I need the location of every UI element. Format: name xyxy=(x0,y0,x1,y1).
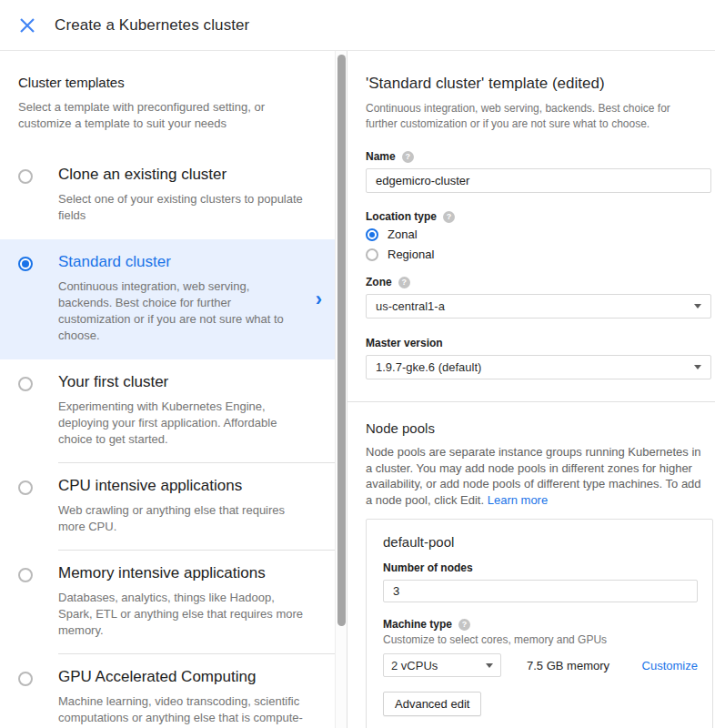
template-description: Machine learning, video transcoding, sci… xyxy=(58,693,306,728)
template-detail-panel: 'Standard cluster' template (edited) Con… xyxy=(347,51,715,728)
template-item-standard-cluster[interactable]: Standard cluster Continuous integration,… xyxy=(0,239,335,359)
template-title: Standard cluster xyxy=(58,253,306,271)
dropdown-caret-icon xyxy=(486,663,493,668)
machine-type-hint: Customize to select cores, memory and GP… xyxy=(383,633,696,646)
cluster-templates-panel: Cluster templates Select a template with… xyxy=(0,51,335,728)
template-title: GPU Accelerated Computing xyxy=(58,668,306,686)
radio-unselected-icon[interactable] xyxy=(18,169,33,184)
machine-type-row: 2 vCPUs 7.5 GB memory Customize xyxy=(383,653,698,677)
number-of-nodes-label: Number of nodes xyxy=(383,561,473,574)
node-pools-heading: Node pools xyxy=(366,420,710,436)
master-version-value: 1.9.7-gke.6 (default) xyxy=(376,360,481,374)
template-description: Select one of your existing clusters to … xyxy=(58,191,306,224)
machine-type-select[interactable]: 2 vCPUs xyxy=(383,653,501,677)
customize-link[interactable]: Customize xyxy=(642,659,698,672)
template-item-gpu-accelerated[interactable]: GPU Accelerated Computing Machine learni… xyxy=(0,654,335,728)
radio-unselected-icon[interactable] xyxy=(18,377,33,391)
template-item-clone-existing[interactable]: Clone an existing cluster Select one of … xyxy=(0,152,335,239)
zone-label-row: Zone ? xyxy=(366,276,710,288)
template-item-memory-intensive[interactable]: Memory intensive applications Databases,… xyxy=(0,551,335,654)
help-icon[interactable]: ? xyxy=(398,277,410,288)
default-pool-card: default-pool Number of nodes Machine typ… xyxy=(366,519,713,728)
master-version-label-row: Master version xyxy=(366,337,710,349)
help-icon[interactable]: ? xyxy=(458,619,470,631)
number-of-nodes-input[interactable] xyxy=(383,580,698,602)
dialog-title: Create a Kubernetes cluster xyxy=(55,16,249,35)
location-regional-option[interactable]: Regional xyxy=(366,248,710,261)
template-description: Databases, analytics, things like Hadoop… xyxy=(58,590,306,639)
zonal-label: Zonal xyxy=(388,228,418,241)
name-label: Name xyxy=(366,150,396,163)
dropdown-caret-icon xyxy=(694,304,701,308)
template-title: Memory intensive applications xyxy=(58,564,306,582)
template-detail-description: Continuous integration, web serving, bac… xyxy=(366,101,704,132)
node-pools-description: Node pools are separate instance groups … xyxy=(366,444,710,508)
close-icon-glyph xyxy=(20,18,35,33)
cluster-name-input[interactable] xyxy=(366,168,711,193)
cluster-templates-heading: Cluster templates xyxy=(18,75,317,90)
dropdown-caret-icon xyxy=(694,365,701,369)
template-title: Clone an existing cluster xyxy=(58,166,306,184)
radio-unselected-icon[interactable] xyxy=(18,672,33,686)
radio-unselected-icon[interactable] xyxy=(366,248,378,261)
dialog-header: Create a Kubernetes cluster xyxy=(0,0,715,51)
scrollbar-thumb[interactable] xyxy=(337,55,346,626)
location-type-label-row: Location type ? xyxy=(366,210,710,223)
number-of-nodes-label-row: Number of nodes xyxy=(383,561,696,574)
name-label-row: Name ? xyxy=(366,150,710,163)
template-description: Experimenting with Kubernetes Engine, de… xyxy=(58,399,306,448)
template-description: Continuous integration, web serving, bac… xyxy=(58,278,293,344)
master-version-select[interactable]: 1.9.7-gke.6 (default) xyxy=(366,355,711,379)
zone-select[interactable]: us-central1-a xyxy=(366,294,711,318)
template-description: Web crawling or anything else that requi… xyxy=(58,502,306,535)
machine-type-label: Machine type xyxy=(383,618,452,631)
location-zonal-option[interactable]: Zonal xyxy=(366,228,710,241)
machine-type-label-row: Machine type ? xyxy=(383,618,696,631)
radio-selected-icon[interactable] xyxy=(18,257,33,271)
learn-more-link[interactable]: Learn more xyxy=(488,493,548,507)
machine-type-value: 2 vCPUs xyxy=(391,659,438,672)
radio-unselected-icon[interactable] xyxy=(18,568,33,582)
pool-name: default-pool xyxy=(383,534,696,550)
template-list: Clone an existing cluster Select one of … xyxy=(0,152,335,728)
template-title: Your first cluster xyxy=(58,373,306,391)
help-icon[interactable]: ? xyxy=(443,211,455,223)
regional-label: Regional xyxy=(388,248,434,261)
zone-label: Zone xyxy=(366,276,392,288)
create-kubernetes-cluster-dialog: Create a Kubernetes cluster Cluster temp… xyxy=(0,0,715,728)
scrollbar[interactable] xyxy=(335,51,347,728)
radio-selected-icon[interactable] xyxy=(366,228,378,241)
section-divider xyxy=(347,401,715,402)
template-item-your-first-cluster[interactable]: Your first cluster Experimenting with Ku… xyxy=(0,359,335,463)
cluster-templates-description: Select a template with preconfigured set… xyxy=(18,99,317,132)
template-item-cpu-intensive[interactable]: CPU intensive applications Web crawling … xyxy=(0,463,335,551)
radio-unselected-icon[interactable] xyxy=(18,480,33,495)
location-type-label: Location type xyxy=(366,210,437,223)
help-icon[interactable]: ? xyxy=(402,151,414,163)
template-title: CPU intensive applications xyxy=(58,477,306,495)
advanced-edit-button[interactable]: Advanced edit xyxy=(383,692,481,716)
template-detail-title: 'Standard cluster' template (edited) xyxy=(366,75,710,93)
zone-value: us-central1-a xyxy=(376,299,445,313)
close-icon[interactable] xyxy=(16,15,38,36)
chevron-right-icon: › xyxy=(316,289,322,309)
memory-text: 7.5 GB memory xyxy=(527,659,609,672)
master-version-label: Master version xyxy=(366,337,443,349)
